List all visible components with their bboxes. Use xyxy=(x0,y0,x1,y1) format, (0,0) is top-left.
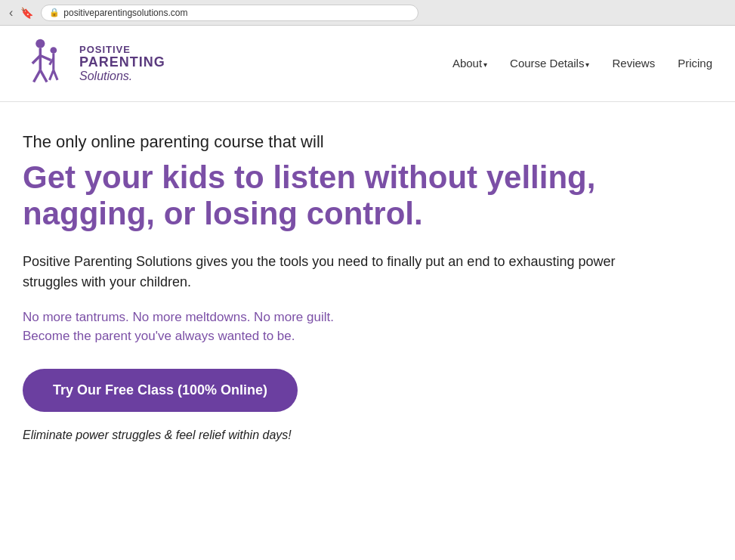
course-dropdown-arrow: ▾ xyxy=(585,60,589,69)
logo-line2: Parenting xyxy=(79,55,165,70)
logo[interactable]: Positive Parenting Solutions. xyxy=(23,37,165,90)
cta-container: Try Our Free Class (100% Online) xyxy=(23,369,657,421)
svg-point-6 xyxy=(50,47,57,54)
nav-item-about[interactable]: About▾ xyxy=(452,57,487,70)
svg-point-0 xyxy=(36,39,45,48)
website-content: Positive Parenting Solutions. About▾ Cou… xyxy=(0,26,735,560)
svg-line-10 xyxy=(54,70,57,80)
navigation: Positive Parenting Solutions. About▾ Cou… xyxy=(0,26,735,102)
hero-title: Get your kids to listen without yelling,… xyxy=(23,159,657,233)
nav-item-course-details[interactable]: Course Details▾ xyxy=(510,57,589,70)
hero-description: Positive Parenting Solutions gives you t… xyxy=(23,252,657,292)
svg-line-3 xyxy=(40,56,51,60)
cta-note: Eliminate power struggles & feel relief … xyxy=(23,429,657,442)
hero-subtitle: The only online parenting course that wi… xyxy=(23,132,657,152)
hero-section: The only online parenting course that wi… xyxy=(0,102,680,465)
logo-line3: Solutions. xyxy=(79,70,165,83)
svg-line-4 xyxy=(34,70,41,82)
nav-item-reviews[interactable]: Reviews xyxy=(612,57,655,70)
address-bar[interactable]: 🔒 positiveparentingsolutions.com xyxy=(41,5,418,21)
browser-chrome: ‹ 🔖 🔒 positiveparentingsolutions.com xyxy=(0,0,735,26)
logo-line1: Positive xyxy=(79,44,165,55)
nav-item-pricing[interactable]: Pricing xyxy=(678,57,712,70)
svg-line-5 xyxy=(40,70,47,82)
bookmark-icon[interactable]: 🔖 xyxy=(20,7,33,19)
url-text: positiveparentingsolutions.com xyxy=(63,8,187,18)
nav-link-about[interactable]: About▾ xyxy=(452,57,487,70)
hero-tagline-line2: Become the parent you've always wanted t… xyxy=(23,329,295,343)
hero-tagline: No more tantrums. No more meltdowns. No … xyxy=(23,308,657,346)
cta-button[interactable]: Try Our Free Class (100% Online) xyxy=(23,369,298,412)
nav-link-course-details[interactable]: Course Details▾ xyxy=(510,57,589,70)
nav-link-pricing[interactable]: Pricing xyxy=(678,57,712,70)
lock-icon: 🔒 xyxy=(49,8,60,17)
nav-links: About▾ Course Details▾ Reviews Pricing xyxy=(452,57,712,70)
logo-text: Positive Parenting Solutions. xyxy=(79,44,165,84)
hero-tagline-line1: No more tantrums. No more meltdowns. No … xyxy=(23,310,334,324)
back-button[interactable]: ‹ xyxy=(9,6,13,20)
logo-icon xyxy=(23,37,72,90)
about-dropdown-arrow: ▾ xyxy=(483,60,487,69)
nav-link-reviews[interactable]: Reviews xyxy=(612,57,655,70)
